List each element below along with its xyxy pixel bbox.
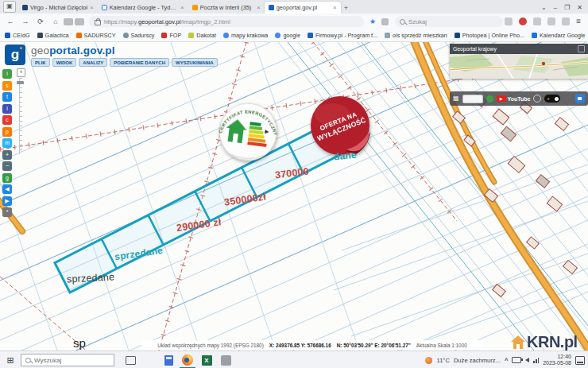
bookmark-firmowy[interactable]: Firmowy.pl - Program f... bbox=[308, 32, 377, 39]
tab-geoportal-active[interactable]: geoportal.gov.pl × bbox=[265, 2, 341, 14]
ring-icon[interactable] bbox=[533, 95, 541, 103]
scale-input[interactable] bbox=[462, 95, 483, 103]
draw-icon[interactable]: p bbox=[2, 127, 12, 137]
bookmark-fop[interactable]: FOP bbox=[161, 32, 181, 39]
reload-icon[interactable]: ⟳ bbox=[36, 17, 45, 25]
bookmark-star-icon[interactable]: ★ bbox=[369, 17, 376, 25]
forward-icon[interactable]: → bbox=[21, 17, 30, 25]
search-placeholder: Szukaj bbox=[408, 18, 427, 25]
battery-icon[interactable] bbox=[512, 357, 521, 363]
subscribe-pill[interactable]: + bbox=[544, 95, 560, 103]
bookmark-sadurscy-2[interactable]: Sadurscy bbox=[123, 32, 155, 39]
library-icon[interactable] bbox=[562, 17, 570, 25]
menu-wyszukiwania[interactable]: WYSZUKIWANIA bbox=[172, 58, 218, 67]
minimize-button[interactable]: – bbox=[554, 4, 557, 11]
globe-green-icon[interactable] bbox=[486, 95, 493, 103]
bookmark-dakotat[interactable]: Dakotat bbox=[188, 32, 216, 39]
search-input[interactable]: Szukaj bbox=[395, 16, 503, 27]
inset-header[interactable]: Geoportal krajowy bbox=[450, 44, 588, 54]
inset-map-body[interactable] bbox=[450, 54, 588, 79]
taskbar-search-input[interactable]: Wyszukaj bbox=[21, 354, 114, 366]
menu-pobieranie-danych[interactable]: POBIERANIE DANYCH bbox=[110, 58, 169, 67]
weather-icon[interactable] bbox=[425, 357, 432, 364]
calculator-button[interactable] bbox=[159, 351, 178, 368]
table-icon[interactable]: t bbox=[2, 92, 12, 102]
weather-desc[interactable]: Duże zachmurz... bbox=[454, 357, 501, 364]
volume-icon[interactable] bbox=[525, 358, 529, 362]
next-view-icon[interactable]: ▶ bbox=[2, 196, 12, 206]
reader-icon[interactable] bbox=[505, 17, 513, 25]
tab-mail[interactable]: Poczta w Interii (35) × bbox=[188, 2, 265, 14]
tab-calendar[interactable]: Kalendarz Google - Tydzień, w... × bbox=[98, 2, 188, 14]
status-scale: Aktualna Skala 1:1000 bbox=[416, 343, 467, 348]
map-canvas[interactable] bbox=[0, 42, 588, 351]
gray-app-button[interactable] bbox=[216, 351, 235, 368]
bookmark-photopea[interactable]: Photopea | Online Pho... bbox=[455, 32, 524, 39]
file-explorer-button[interactable] bbox=[140, 351, 159, 368]
bookmark-ois[interactable]: ois sprzedż mieszkan bbox=[385, 32, 447, 39]
zoom-plus-button[interactable]: + bbox=[17, 68, 25, 77]
youtube-button[interactable]: ▶ YouTube bbox=[497, 95, 531, 103]
inset-resize-icon[interactable] bbox=[578, 45, 585, 52]
camera-icon[interactable] bbox=[575, 94, 585, 103]
menu-widok[interactable]: WIDOK bbox=[52, 58, 77, 67]
tab-close-icon[interactable]: × bbox=[333, 4, 337, 11]
measure-icon[interactable]: m bbox=[2, 138, 12, 148]
gear-icon[interactable]: * bbox=[2, 207, 12, 217]
action-center-icon[interactable] bbox=[575, 356, 585, 365]
layers-icon[interactable]: l bbox=[2, 104, 12, 114]
printer-icon[interactable] bbox=[64, 18, 73, 25]
bookmark-google[interactable]: google bbox=[275, 32, 300, 39]
chat-icon[interactable]: c bbox=[2, 115, 12, 125]
prev-view-icon[interactable]: ◀ bbox=[2, 184, 12, 194]
maximize-button[interactable]: ❐ bbox=[564, 4, 570, 11]
tab-virgo[interactable]: Virgo - Michał Dzięcioł × bbox=[18, 2, 98, 14]
bookmark-kalendarz[interactable]: Kalendarz Google bbox=[532, 32, 586, 39]
geoportal-logo[interactable]: g bbox=[5, 45, 25, 65]
tab-close-icon[interactable]: × bbox=[180, 4, 184, 11]
menu-icon[interactable]: ≡ bbox=[576, 17, 581, 25]
logo-dot bbox=[20, 47, 22, 49]
tab-close-icon[interactable]: × bbox=[90, 4, 94, 11]
back-icon[interactable]: ← bbox=[6, 17, 15, 25]
tab-close-icon[interactable]: × bbox=[257, 4, 261, 11]
task-view-button[interactable] bbox=[121, 351, 140, 368]
tray-expand-icon[interactable]: ^ bbox=[505, 357, 508, 364]
gray-app-icon bbox=[221, 355, 231, 366]
weather-temp[interactable]: 11°C bbox=[436, 357, 449, 364]
tab-list-icon[interactable]: ⌄ bbox=[541, 4, 547, 11]
zoom-out-icon[interactable]: − bbox=[2, 161, 12, 171]
settings-icon[interactable]: s bbox=[2, 81, 12, 91]
bookmark-sadurscy[interactable]: SADURSCY bbox=[76, 32, 116, 39]
bookmark-galactica[interactable]: Galactica bbox=[37, 32, 69, 39]
save-page-icon[interactable] bbox=[75, 18, 84, 25]
adblock-icon[interactable] bbox=[519, 17, 527, 25]
zoom-slider[interactable]: + bbox=[17, 68, 25, 154]
menu-analizy[interactable]: ANALIZY bbox=[79, 58, 107, 67]
menu-plik[interactable]: PLIK bbox=[31, 58, 50, 67]
zoom-in-icon[interactable]: + bbox=[2, 150, 12, 160]
bookmark-ceidg[interactable]: CEIdG bbox=[5, 32, 30, 39]
grid-icon[interactable]: ▦ bbox=[453, 95, 459, 103]
bookmark-mapy-krakowa[interactable]: mapy krakowa bbox=[223, 32, 268, 39]
start-button[interactable]: ⊞ bbox=[0, 355, 21, 366]
tab-overview-icon[interactable]: ▣ bbox=[3, 1, 16, 13]
extensions-icon[interactable] bbox=[381, 18, 389, 25]
clock[interactable]: 12:40 2023-05-08 bbox=[543, 354, 571, 366]
firefox-button[interactable] bbox=[178, 351, 197, 368]
close-window-button[interactable]: ✕ bbox=[577, 4, 582, 11]
zoom-slider-track[interactable] bbox=[19, 78, 22, 154]
url-field[interactable]: https://mapy.geoportal.gov.pl/imap/Imgp_… bbox=[89, 16, 364, 27]
globe-icon[interactable]: g bbox=[2, 173, 12, 183]
zoom-slider-handle[interactable] bbox=[17, 81, 24, 84]
info-icon[interactable]: i bbox=[2, 69, 12, 79]
network-icon[interactable] bbox=[533, 358, 539, 363]
pip-icon[interactable] bbox=[533, 17, 541, 25]
excel-button[interactable]: X bbox=[197, 351, 216, 368]
home-icon[interactable]: ⌂ bbox=[51, 17, 60, 25]
account-icon[interactable] bbox=[547, 17, 555, 25]
media-toolbar: ▦ ▶ YouTube + bbox=[450, 91, 588, 106]
new-tab-button[interactable]: + bbox=[344, 4, 348, 12]
map-viewport[interactable]: g geoportal.gov.pl PLIK WIDOK ANALIZY PO… bbox=[0, 42, 588, 351]
overview-inset-map[interactable]: Geoportal krajowy bbox=[450, 44, 588, 79]
